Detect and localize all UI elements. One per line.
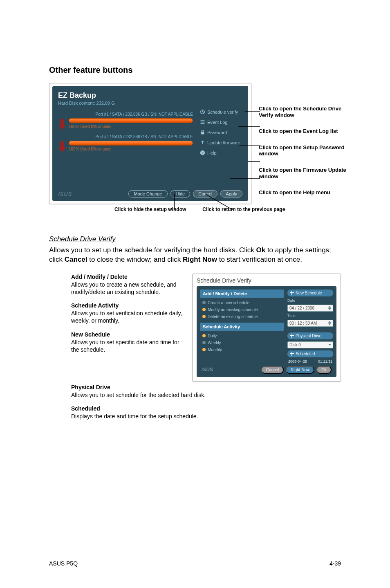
chevron-down-icon — [328, 343, 331, 347]
arrow-down-icon — [58, 118, 66, 130]
sdv-heading: Schedule Drive Verify — [49, 235, 341, 243]
ez-title: EZ Backup — [58, 91, 242, 100]
opt-create[interactable]: Create a new schedule — [200, 299, 284, 306]
help-icon: ? — [200, 150, 205, 155]
schedule-verify-link[interactable]: Schedule verify — [200, 109, 245, 114]
section-title: Other feature buttons — [49, 65, 341, 75]
disk-select[interactable]: Disk 0 — [287, 341, 333, 348]
svg-rect-1 — [201, 120, 205, 121]
plus-icon — [290, 352, 294, 356]
port-2-label: Port #2 / SATA / 232.886 GB / SN: NOT AP… — [58, 135, 193, 139]
svg-rect-3 — [201, 123, 205, 124]
opt-modify[interactable]: Modify an existing schedule — [200, 306, 284, 313]
callout-password: Click to open the Setup Password window — [259, 144, 353, 157]
def-pd-title: Physical Drive — [71, 384, 341, 391]
sdv-ok-button[interactable]: Ok — [316, 366, 332, 374]
callouts: Click to open the Schedule Drive Verify … — [259, 105, 353, 196]
svg-rect-4 — [201, 132, 204, 135]
sdv-cancel-button[interactable]: Cancel — [261, 366, 284, 374]
def-sch-title: Scheduled — [71, 405, 341, 412]
def-amd-body: Allows you to create a new schedule, and… — [71, 281, 182, 296]
time-label: Time — [287, 314, 333, 318]
sdv-dialog: Schedule Drive Verify Add / Modify / Del… — [192, 274, 341, 382]
lock-icon — [200, 130, 205, 135]
arrow-down-icon — [58, 141, 66, 153]
footer-left: ASUS P5Q — [49, 560, 78, 567]
sdv-amd-header: Add / Modify / Delete — [200, 290, 284, 298]
sdv-paragraph: Allows you to set up the schedule for ve… — [49, 246, 341, 265]
usage-bar-1 — [69, 118, 193, 123]
asus-logo: /SUS — [202, 367, 213, 373]
usage-text-2: 100% Used 0% unused — [69, 147, 193, 151]
def-sa-title: Schedule Activity — [71, 302, 182, 309]
clock-icon — [200, 109, 205, 114]
usage-text-1: 100% Used 0% unused — [69, 124, 193, 129]
caption-cancel: Click to return to the previous page — [202, 206, 285, 212]
ez-subtitle: Hard Disk content: 232.89 G — [58, 101, 242, 105]
password-link[interactable]: Password — [200, 130, 245, 135]
help-link[interactable]: ? Help — [200, 150, 245, 155]
list-icon — [200, 119, 205, 125]
port-1-label: Port #1 / SATA / 232.886 GB / SN: NOT AP… — [58, 112, 193, 117]
scheduled-label: Scheduled — [287, 350, 333, 357]
callout-event-log: Click to open the Event Log list — [259, 128, 353, 135]
svg-text:?: ? — [202, 151, 204, 155]
plus-icon — [290, 291, 294, 295]
spinner-icon — [328, 321, 331, 325]
usage-bar-2 — [69, 141, 193, 146]
def-sa-body: Allows you to set verification schedule … — [71, 310, 182, 324]
opt-weekly[interactable]: Weekly — [200, 339, 284, 346]
hide-button[interactable]: Hide — [170, 190, 191, 197]
sdv-dialog-title: Schedule Drive Verify — [197, 277, 336, 284]
opt-monthly[interactable]: Monthly — [200, 346, 284, 353]
svg-rect-2 — [201, 122, 205, 123]
apply-button[interactable]: Apply — [220, 190, 242, 197]
sdv-right-now-button[interactable]: Right Now — [286, 366, 314, 374]
sdv-sa-header: Schedule Activity — [200, 323, 284, 331]
opt-delete[interactable]: Delete an existing schedule — [200, 313, 284, 320]
callout-firmware: Click to open the Firmware Update window — [259, 167, 353, 180]
def-ns-body: Allows you to set specific date and time… — [71, 339, 182, 353]
def-amd-title: Add / Modify / Delete — [71, 274, 182, 280]
plus-icon — [290, 334, 294, 338]
event-log-link[interactable]: Event Log — [200, 119, 245, 125]
spinner-icon — [328, 306, 331, 310]
time-input[interactable]: 00 : 12 : 53 AM — [287, 320, 333, 327]
date-label: Date — [287, 298, 333, 303]
cancel-button[interactable]: Cancel — [193, 190, 217, 197]
update-firmware-link[interactable]: Update firmware — [200, 140, 245, 145]
ez-backup-window: – □ x EZ Backup Hard Disk content: 232.8… — [49, 83, 251, 204]
def-pd-body: Allows you to set schedule for the selec… — [71, 391, 300, 399]
opt-daily[interactable]: Daily — [200, 332, 284, 339]
footer-right: 4-39 — [329, 560, 341, 567]
new-schedule-button[interactable]: New Schedule — [287, 290, 333, 296]
mode-change-button[interactable]: Mode Change — [128, 190, 167, 197]
caption-hide: Click to hide the setup window — [114, 206, 186, 212]
def-sch-body: Displays the date and time for the setup… — [71, 413, 300, 420]
callout-help: Click to open the Help menu — [259, 189, 353, 196]
callout-schedule-verify: Click to open the Schedule Drive Verify … — [259, 105, 353, 118]
def-ns-title: New Schedule — [71, 331, 182, 338]
physical-drive-button[interactable]: Physical Drive — [287, 332, 333, 339]
upload-icon — [200, 140, 205, 145]
asus-logo: /SUS — [58, 191, 72, 197]
date-input[interactable]: 04 / 22 / 2008 — [287, 305, 333, 312]
scheduled-value: 2008-04-2501:11:31 — [287, 359, 333, 364]
